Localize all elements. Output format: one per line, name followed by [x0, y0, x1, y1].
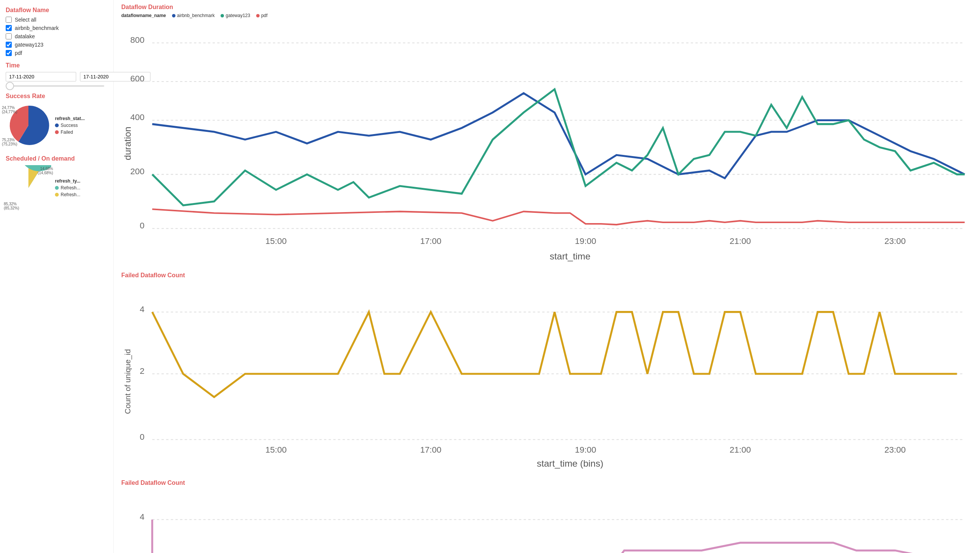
scheduled-section: Scheduled / On demand 14,68%(14,68%) 85,… — [6, 155, 108, 212]
success-rate-title: Success Rate — [6, 93, 108, 100]
svg-text:duration: duration — [123, 127, 133, 160]
pie2-refresh2-label: Refresh... — [60, 192, 80, 197]
pdf-checkbox[interactable] — [6, 50, 12, 56]
legend-gateway-dot — [221, 14, 224, 17]
success-pie-container: 24,77%(24,77%) 75,23%(75,23%) refresh_st… — [6, 103, 108, 149]
airbnb-checkbox[interactable] — [6, 25, 12, 31]
failed-count-title: Failed Dataflow Count — [121, 272, 972, 279]
datalake-label: datalake — [15, 33, 35, 40]
success-pie-legend: refresh_stat... Success Failed — [55, 116, 85, 137]
svg-text:800: 800 — [130, 35, 145, 45]
svg-text:19:00: 19:00 — [575, 445, 596, 455]
svg-text:23:00: 23:00 — [885, 236, 906, 246]
pie2-legend-title: refresh_ty... — [55, 178, 80, 184]
scheduled-pie-legend: refresh_ty... Refresh... Refresh... — [55, 178, 80, 199]
duration-chart-title: Dataflow Duration — [121, 4, 972, 11]
legend-airbnb: airbnb_benchmark — [172, 13, 215, 18]
pie2-refresh1-item: Refresh... — [55, 185, 80, 191]
svg-text:200: 200 — [130, 167, 145, 176]
failed-count2-chart-block: Failed Dataflow Count 4 2 0 Count of uni… — [121, 480, 972, 553]
time-start-input[interactable] — [6, 72, 76, 81]
duration-chart-area: 800 600 400 200 0 duration 15:00 17:00 — [121, 20, 972, 268]
failed-count2-line — [152, 520, 965, 553]
legend-airbnb-text: airbnb_benchmark — [177, 13, 215, 18]
failed-count-area: 4 2 0 Count of unique_id 15:00 17:00 19:… — [121, 281, 972, 475]
svg-text:400: 400 — [130, 113, 145, 122]
dataflow-name-title: Dataflow Name — [6, 7, 108, 14]
svg-text:start_time: start_time — [549, 251, 590, 261]
svg-text:15:00: 15:00 — [265, 236, 286, 246]
svg-text:21:00: 21:00 — [730, 445, 751, 455]
pie2-label-yellow: 14,68%(14,68%) — [38, 167, 53, 175]
svg-text:4: 4 — [140, 512, 145, 521]
failed-count-line — [152, 312, 957, 397]
success-pie-chart: 24,77%(24,77%) 75,23%(75,23%) — [6, 103, 51, 149]
failed-count2-svg: 4 2 0 Count of unique_id 19:00 20:00 21:… — [121, 489, 972, 553]
legend-pdf-text: pdf — [261, 13, 267, 18]
datalake-checkbox[interactable] — [6, 33, 12, 40]
select-all-item[interactable]: Select all — [6, 17, 108, 23]
time-inputs — [6, 72, 108, 81]
legend-gateway-text: gateway123 — [226, 13, 250, 18]
scheduled-pie-container: 14,68%(14,68%) 85,32%(85,32%) refresh_ty… — [6, 165, 108, 212]
svg-text:600: 600 — [130, 74, 145, 83]
pie1-legend-title: refresh_stat... — [55, 116, 85, 121]
pdf-line — [152, 209, 965, 225]
pie1-label-failed: 24,77%(24,77%) — [2, 106, 18, 114]
svg-text:0: 0 — [140, 432, 145, 442]
pie1-failed-item: Failed — [55, 130, 85, 135]
gateway-item[interactable]: gateway123 — [6, 42, 108, 48]
time-title: Time — [6, 62, 108, 69]
gateway-line — [152, 89, 965, 205]
pie2-refresh2-item: Refresh... — [55, 192, 80, 197]
airbnb-label: airbnb_benchmark — [15, 25, 59, 31]
svg-text:15:00: 15:00 — [265, 445, 286, 455]
pie1-failed-dot — [55, 130, 59, 134]
svg-text:17:00: 17:00 — [420, 445, 441, 455]
pie2-teal-dot — [55, 186, 59, 190]
scheduled-title: Scheduled / On demand — [6, 155, 108, 162]
legend-airbnb-dot — [172, 14, 175, 17]
duration-svg: 800 600 400 200 0 duration 15:00 17:00 — [121, 20, 972, 267]
svg-text:start_time (bins): start_time (bins) — [537, 458, 603, 469]
svg-text:0: 0 — [140, 221, 145, 230]
pie1-success-dot — [55, 124, 59, 127]
svg-text:2: 2 — [140, 366, 145, 376]
pdf-label: pdf — [15, 50, 22, 56]
legend-pdf: pdf — [256, 13, 267, 18]
pie2-yellow-dot — [55, 193, 59, 197]
svg-text:21:00: 21:00 — [730, 236, 751, 246]
failed-count-chart-block: Failed Dataflow Count 4 2 0 Count of uni… — [121, 272, 972, 475]
svg-text:23:00: 23:00 — [885, 445, 906, 455]
airbnb-line — [152, 93, 965, 178]
svg-text:4: 4 — [140, 305, 145, 314]
time-section: Time — [6, 62, 108, 87]
legend-pdf-dot — [256, 14, 259, 17]
failed-count-svg: 4 2 0 Count of unique_id 15:00 17:00 19:… — [121, 281, 972, 474]
failed-count2-area: 4 2 0 Count of unique_id 19:00 20:00 21:… — [121, 489, 972, 553]
select-all-checkbox[interactable] — [6, 17, 12, 23]
airbnb-item[interactable]: airbnb_benchmark — [6, 25, 108, 31]
svg-text:17:00: 17:00 — [420, 236, 441, 246]
duration-legend-label: dataflowname_name — [121, 13, 166, 18]
legend-gateway: gateway123 — [221, 13, 250, 18]
scheduled-pie-chart: 14,68%(14,68%) 85,32%(85,32%) — [6, 165, 51, 212]
pdf-item[interactable]: pdf — [6, 50, 108, 56]
success-rate-section: Success Rate 24,77%(24,77%) 75,23%(75,23… — [6, 93, 108, 149]
pie2-label-teal: 85,32%(85,32%) — [4, 202, 19, 210]
gateway-label: gateway123 — [15, 42, 44, 48]
time-slider-track — [6, 85, 104, 87]
select-all-label: Select all — [15, 17, 37, 23]
pie1-label-success: 75,23%(75,23%) — [2, 138, 18, 146]
pie1-success-label: Success — [60, 123, 78, 128]
pie1-success-item: Success — [55, 123, 85, 128]
failed-count2-title: Failed Dataflow Count — [121, 480, 972, 486]
pie1-failed-label: Failed — [60, 130, 73, 135]
pie2-refresh1-label: Refresh... — [60, 185, 80, 191]
duration-legend: dataflowname_name airbnb_benchmark gatew… — [121, 13, 972, 18]
time-slider-thumb[interactable] — [6, 82, 14, 90]
gateway-checkbox[interactable] — [6, 42, 12, 48]
duration-chart-block: Dataflow Duration dataflowname_name airb… — [121, 4, 972, 268]
datalake-item[interactable]: datalake — [6, 33, 108, 40]
svg-text:Count of unique_id: Count of unique_id — [124, 349, 133, 414]
